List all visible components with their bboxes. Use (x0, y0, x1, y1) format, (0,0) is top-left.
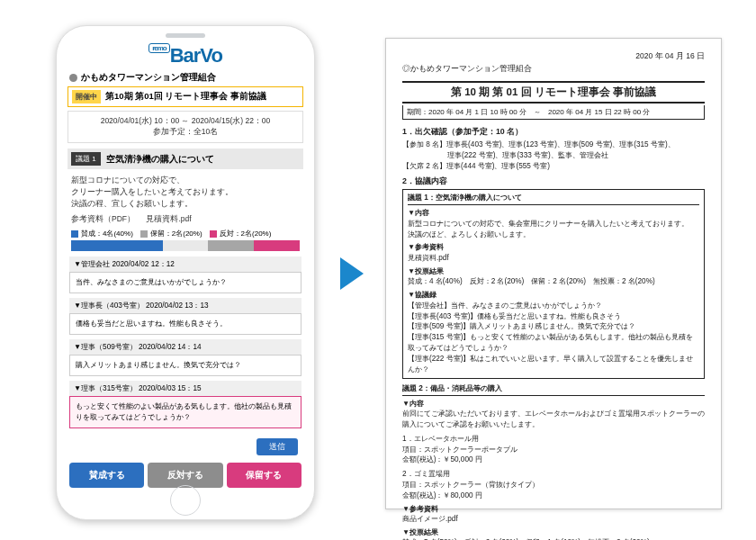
bullet-icon (69, 74, 77, 82)
reference-row: 参考資料（PDF） 見積資料.pdf (66, 212, 305, 229)
bar-nay (254, 240, 300, 251)
topic-header: 議題 1 空気清浄機の購入について (68, 148, 303, 169)
topic-num: 議題 1 (71, 152, 101, 166)
speaker (166, 33, 205, 38)
vote-bar (71, 240, 300, 251)
topic2-head: 議題 2：備品・消耗品等の購入 (402, 382, 705, 396)
send-row: 送信 (66, 433, 305, 461)
bar-none (163, 240, 209, 251)
association-name: かもめタワーマンション管理組合 (81, 71, 216, 84)
logo-row: remoBarVo (66, 42, 305, 70)
schedule-participants: 参加予定：全10名 (72, 127, 299, 138)
hold-button[interactable]: 保留する (227, 463, 302, 488)
schedule-range: 2020/04/01(水) 10：00 ～ 2020/04/15(水) 22：0… (72, 116, 299, 127)
comment: ▼理事長（403号室） 2020/04/02 13：13 価格も妥当だと思います… (69, 298, 302, 335)
document-page: 2020 年 04 月 16 日 ◎かもめタワーマンション管理組合 第 10 期… (385, 38, 722, 509)
meeting-header: 開催中 第10期 第01回 リモート理事会 事前協議 (68, 86, 303, 107)
sec-discussion: 2．協議内容 (402, 176, 705, 187)
ref-label: 参考資料（PDF） (71, 214, 135, 223)
bar-aye (71, 240, 163, 251)
send-button[interactable]: 送信 (256, 438, 298, 455)
app-logo: remoBarVo (148, 44, 222, 67)
status-badge: 開催中 (72, 90, 101, 104)
home-button[interactable] (170, 485, 201, 516)
sec-attendance: 1．出欠確認（参加予定：10 名） (402, 127, 705, 138)
topic-body: 新型コロナについての対応で、 クリーナー購入をしたいと考えております。 決議の程… (66, 173, 305, 212)
schedule-box: 2020/04/01(水) 10：00 ～ 2020/04/15(水) 22：0… (68, 111, 303, 143)
comment: ▼理事（509号室） 2020/04/02 14：14 購入メリットあまり感じま… (69, 339, 302, 376)
topic-title: 空気清浄機の購入について (106, 153, 214, 166)
comment-mine: ▼理事（315号室） 2020/04/03 15：15 もっと安くて性能のよい製… (69, 381, 302, 428)
doc-association: ◎かもめタワーマンション管理組合 (402, 64, 705, 75)
vote-legend: 賛成：4名(40%) 保留：2名(20%) 反対：2名(20%) (66, 229, 305, 240)
comment: ▼管理会社 2020/04/02 12：12 当件、みなさまのご意見はいかがでし… (69, 256, 302, 293)
aye-button[interactable]: 賛成する (69, 463, 144, 488)
bar-hold (208, 240, 254, 251)
association-row: かもめタワーマンション管理組合 (66, 70, 305, 86)
doc-date: 2020 年 04 月 16 日 (402, 51, 705, 62)
meeting-title: 第10期 第01回 リモート理事会 事前協議 (105, 91, 266, 103)
app-screen: remoBarVo かもめタワーマンション管理組合 開催中 第10期 第01回 … (66, 42, 305, 507)
doc-title: 第 10 期 第 01 回 リモート理事会 事前協議 (402, 81, 705, 104)
ref-file[interactable]: 見積資料.pdf (146, 214, 191, 223)
doc-period: 期間：2020 年 04 月 1 日 10 時 00 分 ～ 2020 年 04… (402, 105, 705, 120)
comments: ▼管理会社 2020/04/02 12：12 当件、みなさまのご意見はいかがでし… (69, 256, 302, 432)
arrow-icon (340, 257, 364, 290)
nay-button[interactable]: 反対する (148, 463, 222, 488)
topic1-box: 議題 1：空気清浄機の購入について ▼内容 新型コロナについての対応で、集会室用… (402, 189, 705, 379)
phone-mock: remoBarVo かもめタワーマンション管理組合 開催中 第10期 第01回 … (56, 25, 315, 520)
